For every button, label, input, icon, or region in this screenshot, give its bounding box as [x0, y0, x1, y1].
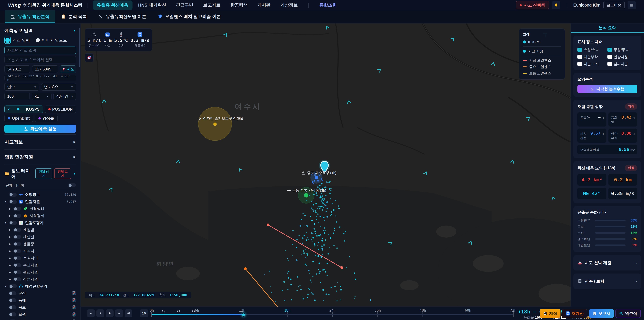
vessel-spec-section[interactable]: 사고 선박 제원 ▸: [574, 255, 641, 270]
tree-expanded-icon[interactable]: ▼: [4, 285, 7, 288]
skip-start-button[interactable]: [87, 309, 95, 317]
tab-3[interactable]: 오일펜스 배치 알고리즘 이론: [152, 11, 227, 23]
layer-toggle[interactable]: [9, 193, 17, 197]
nav-item-6[interactable]: 기상정보: [276, 1, 302, 10]
tree-collapsed-icon[interactable]: ▶: [9, 250, 12, 252]
layer-toggle[interactable]: [9, 284, 17, 288]
duration-select[interactable]: 48시간▼: [54, 93, 76, 100]
tab-1[interactable]: 분석 목록: [55, 11, 92, 23]
layer-toggle[interactable]: [14, 214, 21, 218]
incident-name-input[interactable]: [4, 47, 76, 54]
display-option-4[interactable]: ✓시간 표시: [578, 62, 608, 66]
model-chip-OpenDrift[interactable]: OpenDrift: [4, 115, 33, 122]
layer-toggle[interactable]: [14, 263, 21, 267]
layer-toggle[interactable]: [14, 207, 21, 211]
nav-item-0[interactable]: 유출유 확산예측: [93, 1, 132, 10]
tree-expanded-icon[interactable]: ▼: [4, 200, 7, 203]
layer-toggle[interactable]: [9, 312, 16, 316]
layer-toggle[interactable]: [9, 298, 16, 302]
display-option-5[interactable]: ✓날짜시간: [608, 62, 638, 66]
nav-right: 사고 진행중 Eunjeong Kim 로그아웃: [516, 1, 636, 10]
fast-forward-button[interactable]: [115, 309, 123, 317]
owner-insurance-section[interactable]: 선주 / 보험 ▸: [574, 273, 641, 289]
master-layer-toggle[interactable]: [68, 183, 76, 187]
display-option-1[interactable]: ✓풍향/풍속: [608, 48, 638, 52]
역추적-button[interactable]: 역추적: [616, 309, 641, 318]
incident-list-input[interactable]: [4, 56, 76, 64]
tree-collapsed-icon[interactable]: ▶: [9, 243, 12, 245]
spill-type-select[interactable]: 연속▼: [4, 83, 39, 91]
nav-item-5[interactable]: 게시판: [254, 1, 274, 10]
layer-toggle[interactable]: [9, 221, 17, 225]
slider-handle[interactable]: [242, 313, 245, 317]
pick-on-map-button[interactable]: 지도: [60, 66, 76, 73]
layer-toggle[interactable]: [14, 277, 21, 281]
map-canvas[interactable]: 5 m/s풍속 (N)1 m파고5.5°C수온0.3 m/s해류 (N) 범례K…: [81, 24, 570, 306]
center-incident-button[interactable]: [85, 53, 94, 62]
tree-collapsed-icon[interactable]: ▶: [9, 228, 12, 231]
layer-toggle[interactable]: [14, 249, 21, 253]
skip-end-button[interactable]: [124, 309, 132, 317]
nav-item-3[interactable]: 보고자료: [199, 1, 224, 10]
layer-toggle[interactable]: [14, 228, 21, 232]
nav-item-2[interactable]: 긴급구난: [172, 1, 198, 10]
logout-button[interactable]: 로그아웃: [604, 1, 624, 9]
layer-toggle[interactable]: [9, 305, 16, 309]
action-label: 저장: [549, 311, 557, 316]
polygon-analysis-button[interactable]: 다각형 분석수행: [578, 85, 637, 93]
tab-2[interactable]: 유출유확산모델 이론: [92, 11, 152, 23]
tree-expanded-icon[interactable]: ▼: [4, 221, 7, 224]
notifications-button[interactable]: [552, 1, 560, 10]
tree-collapsed-icon[interactable]: ▶: [9, 207, 12, 210]
tree-collapsed-icon[interactable]: ▶: [9, 236, 12, 238]
layer-toggle[interactable]: [9, 291, 16, 295]
forecast-tile-1: 6.2 km최대 확산 거리: [608, 174, 638, 186]
latitude-input[interactable]: [4, 66, 30, 73]
all-layers-on-button[interactable]: 전체 켜기: [36, 168, 52, 179]
tree-collapsed-icon[interactable]: ▶: [9, 214, 12, 217]
nav-item-7[interactable]: 통합조회: [315, 1, 341, 10]
layer-toggle[interactable]: [14, 270, 21, 274]
accordion-1[interactable]: 영향 민감자원▶: [4, 149, 76, 164]
display-option-3[interactable]: ✓민감자원: [608, 55, 638, 59]
model-chip-앙상블[interactable]: 앙상블: [35, 115, 58, 122]
unit-select[interactable]: kL▼: [32, 93, 52, 100]
tree-collapsed-icon[interactable]: ▶: [9, 278, 12, 280]
layer-toggle[interactable]: [14, 256, 21, 260]
amount-input[interactable]: [4, 93, 30, 100]
저장-button[interactable]: 저장: [540, 309, 560, 318]
tree-collapsed-icon[interactable]: ▶: [9, 257, 12, 259]
tab-0[interactable]: 유출유 확산분석: [5, 11, 55, 23]
prediction-input-header[interactable]: 예측정보 입력 ▼: [4, 28, 76, 34]
display-option-2[interactable]: ✓해안부착: [578, 55, 608, 59]
layer-toggle[interactable]: [9, 200, 17, 204]
sidebar-scrollbar[interactable]: [79, 28, 80, 67]
layer-toggle[interactable]: [14, 235, 21, 239]
radio-direct-input[interactable]: 직접 입력: [4, 37, 30, 44]
nav-item-1[interactable]: HNS·대기확산: [134, 1, 170, 10]
longitude-input[interactable]: [32, 66, 58, 73]
radio-image-upload[interactable]: 이미지 업로드: [36, 37, 67, 44]
nav-item-4[interactable]: 항공탐색: [226, 1, 252, 10]
tree-collapsed-icon[interactable]: ▶: [9, 271, 12, 273]
display-option-0[interactable]: ✓유향/유속: [578, 48, 608, 52]
model-chip-KOSPS[interactable]: ✓KOSPS: [4, 106, 43, 113]
menu-button[interactable]: [628, 1, 636, 10]
model-name: OpenDrift: [12, 116, 30, 121]
layer-toggle[interactable]: [14, 242, 21, 246]
option-label: 날짜시간: [614, 62, 628, 66]
tree-collapsed-icon[interactable]: ▶: [9, 264, 12, 266]
accordion-0[interactable]: 사고정보▶: [4, 134, 76, 149]
all-layers-off-button[interactable]: 전체 끄기: [54, 168, 71, 179]
step-back-button[interactable]: [96, 309, 104, 317]
time-slider[interactable]: 0h6h12h18h24h36h48h60h72h: [152, 307, 513, 320]
layer-label: 산업자원: [23, 277, 38, 282]
run-prediction-button[interactable]: 확산예측 실행: [4, 125, 76, 133]
model-chip-POSEIDON[interactable]: POSEIDON: [45, 106, 76, 113]
playback-speed-button[interactable]: 1×: [140, 309, 148, 317]
재계산-button[interactable]: 재계산: [562, 309, 587, 318]
보고서-button[interactable]: 보고서: [589, 309, 614, 318]
chevron-down-icon: ▼: [73, 29, 76, 32]
oil-type-select[interactable]: 벙커C유▼: [41, 83, 76, 91]
play-button[interactable]: [106, 309, 114, 317]
